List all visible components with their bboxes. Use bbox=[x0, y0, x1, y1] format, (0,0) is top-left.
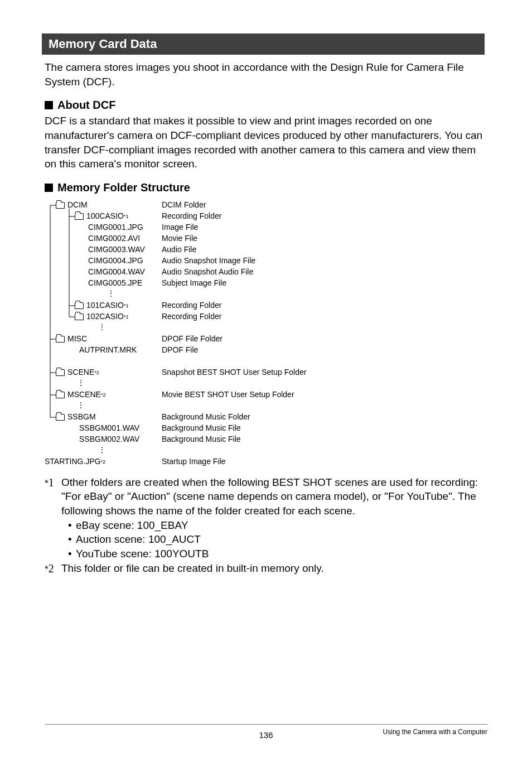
tree-row: CIMG0003.WAVAudio File bbox=[45, 244, 487, 255]
folder-icon bbox=[56, 369, 65, 376]
bullet-icon: • bbox=[68, 532, 76, 547]
tree-row: CIMG0004.JPGAudio Snapshot Image File bbox=[45, 255, 487, 267]
tree-item-label: CIMG0004.JPG bbox=[88, 257, 143, 265]
bullet-icon: • bbox=[68, 518, 76, 533]
tree-item-label: SCENE bbox=[67, 368, 94, 377]
tree-item-label: SSBGM bbox=[67, 413, 96, 421]
vertical-dots-icon: ⋮ bbox=[97, 326, 106, 329]
tree-row: ⋮ bbox=[45, 322, 487, 334]
folder-icon bbox=[75, 302, 84, 309]
tree-item-description: Audio File bbox=[162, 245, 196, 254]
folder-icon bbox=[56, 336, 65, 343]
tree-item-description: Snapshot BEST SHOT User Setup Folder bbox=[162, 368, 306, 377]
tree-item-label: CIMG0003.WAV bbox=[88, 245, 145, 254]
footnotes: *1 Other folders are created when the fo… bbox=[45, 475, 487, 576]
tree-item-description: DPOF File Folder bbox=[162, 335, 223, 343]
tree-item-description: Recording Folder bbox=[162, 212, 221, 220]
tree-row: ⋮ bbox=[45, 401, 487, 412]
superscript-note: *1 bbox=[124, 214, 129, 220]
tree-item-label: DCIM bbox=[67, 201, 88, 209]
footnote-bullet: •eBay scene: 100_EBAY bbox=[45, 518, 487, 533]
tree-item-label: CIMG0004.WAV bbox=[88, 268, 145, 276]
tree-item-description: Recording Folder bbox=[162, 301, 221, 310]
tree-item-description: Image File bbox=[162, 223, 198, 232]
tree-row: SSBGMBackground Music Folder bbox=[45, 412, 487, 423]
superscript-note: *2 bbox=[101, 393, 106, 398]
footnote-marker: *1 bbox=[45, 475, 61, 490]
superscript-note: *2 bbox=[101, 460, 106, 465]
tree-item-description: Movie File bbox=[162, 234, 197, 243]
tree-row: ⋮ bbox=[45, 445, 487, 456]
bullet-text: YouTube scene: 100YOUTB bbox=[76, 547, 209, 561]
folder-icon bbox=[75, 213, 84, 220]
bullet-icon: • bbox=[68, 547, 76, 561]
tree-item-label: SSBGM002.WAV bbox=[79, 435, 139, 443]
tree-item-description: Startup Image File bbox=[162, 457, 225, 466]
tree-row: CIMG0002.AVIMovie File bbox=[45, 233, 487, 244]
footnote-1: *1 Other folders are created when the fo… bbox=[45, 475, 487, 518]
square-bullet-icon bbox=[45, 101, 53, 109]
folder-icon bbox=[75, 314, 84, 320]
folder-icon bbox=[56, 392, 65, 398]
memory-folder-heading-text: Memory Folder Structure bbox=[57, 181, 190, 194]
tree-item-label: AUTPRINT.MRK bbox=[79, 346, 137, 354]
tree-item-description: Background Music Folder bbox=[162, 413, 250, 421]
tree-row: SSBGM002.WAVBackground Music File bbox=[45, 434, 487, 445]
tree-item-label: CIMG0001.JPG bbox=[88, 223, 143, 232]
about-dcf-heading: About DCF bbox=[45, 99, 487, 112]
footnote-bullet: •YouTube scene: 100YOUTB bbox=[45, 547, 487, 561]
tree-row: 101CASIO *1Recording Folder bbox=[45, 300, 487, 311]
footnote-2: *2 This folder or file can be created in… bbox=[45, 561, 487, 576]
bullet-text: Auction scene: 100_AUCT bbox=[76, 532, 201, 547]
tree-item-label: 102CASIO bbox=[86, 312, 124, 321]
tree-item-description: Background Music File bbox=[162, 424, 241, 432]
folder-icon bbox=[56, 414, 65, 421]
tree-item-label: SSBGM001.WAV bbox=[79, 424, 139, 432]
tree-row: MISCDPOF File Folder bbox=[45, 334, 487, 345]
superscript-note: *1 bbox=[124, 303, 129, 309]
tree-item-label: MSCENE bbox=[67, 390, 101, 399]
footer-section: Using the Camera with a Computer bbox=[383, 728, 487, 736]
tree-row: SCENE *2Snapshot BEST SHOT User Setup Fo… bbox=[45, 367, 487, 378]
footnote-1-text: Other folders are created when the follo… bbox=[61, 475, 487, 518]
tree-item-description: DCIM Folder bbox=[162, 201, 206, 209]
intro-paragraph: The camera stores images you shoot in ac… bbox=[45, 60, 487, 89]
tree-item-label: STARTING.JPG bbox=[45, 457, 101, 466]
tree-item-label: CIMG0005.JPE bbox=[88, 279, 142, 287]
tree-row: 102CASIO *1Recording Folder bbox=[45, 311, 487, 322]
about-dcf-paragraph: DCF is a standard that makes it possible… bbox=[45, 114, 487, 171]
tree-row bbox=[45, 356, 487, 367]
footnote-marker: *2 bbox=[45, 561, 61, 576]
square-bullet-icon bbox=[45, 184, 53, 192]
bullet-text: eBay scene: 100_EBAY bbox=[76, 518, 188, 533]
footnote-bullet: •Auction scene: 100_AUCT bbox=[45, 532, 487, 547]
tree-item-description: Audio Snapshot Image File bbox=[162, 257, 255, 265]
memory-folder-heading: Memory Folder Structure bbox=[45, 181, 487, 194]
tree-item-label: 101CASIO bbox=[86, 301, 124, 310]
vertical-dots-icon: ⋮ bbox=[97, 449, 106, 452]
superscript-note: *1 bbox=[124, 315, 129, 320]
folder-icon bbox=[56, 202, 65, 209]
tree-item-label: 100CASIO bbox=[86, 212, 124, 220]
tree-row: MSCENE *2Movie BEST SHOT User Setup Fold… bbox=[45, 389, 487, 401]
tree-row: SSBGM001.WAVBackground Music File bbox=[45, 423, 487, 434]
vertical-dots-icon: ⋮ bbox=[76, 382, 85, 385]
section-header: Memory Card Data bbox=[42, 33, 485, 55]
vertical-dots-icon: ⋮ bbox=[106, 292, 115, 296]
about-dcf-heading-text: About DCF bbox=[57, 99, 115, 112]
tree-row: ⋮ bbox=[45, 289, 487, 300]
tree-item-label: CIMG0002.AVI bbox=[88, 234, 140, 243]
folder-tree: DCIMDCIM Folder100CASIO *1Recording Fold… bbox=[45, 200, 487, 467]
tree-item-label: MISC bbox=[67, 335, 87, 343]
tree-item-description: Audio Snapshot Audio File bbox=[162, 268, 253, 276]
page-footer: 136 Using the Camera with a Computer bbox=[45, 724, 487, 736]
tree-row: CIMG0004.WAVAudio Snapshot Audio File bbox=[45, 267, 487, 278]
tree-row: CIMG0005.JPESubject Image File bbox=[45, 278, 487, 289]
tree-item-description: Subject Image File bbox=[162, 279, 226, 287]
superscript-note: *2 bbox=[94, 370, 99, 376]
tree-row: STARTING.JPG *2Startup Image File bbox=[45, 456, 487, 467]
tree-item-description: Recording Folder bbox=[162, 312, 221, 321]
tree-row: 100CASIO *1Recording Folder bbox=[45, 211, 487, 222]
tree-item-description: Background Music File bbox=[162, 435, 241, 443]
vertical-dots-icon: ⋮ bbox=[76, 404, 85, 407]
